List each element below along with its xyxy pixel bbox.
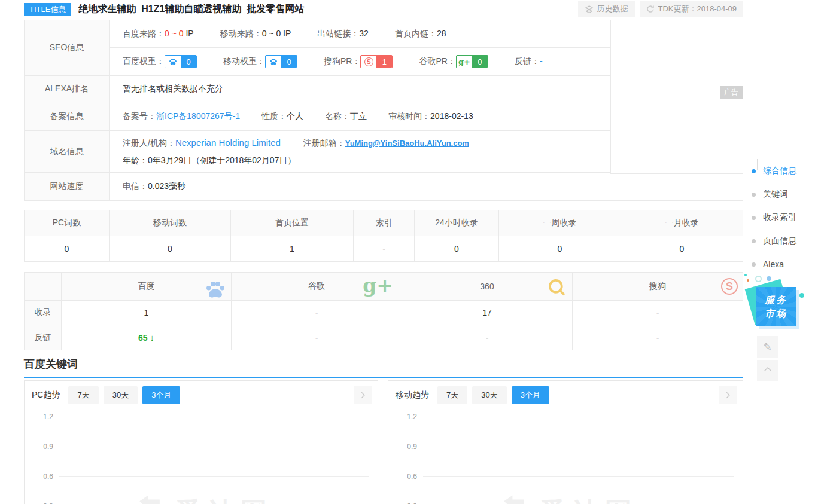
mobile-traffic: 移动来路：0 ~ 0 IP: [220, 29, 291, 39]
outbound-links: 出站链接：32: [317, 29, 369, 39]
backlinks: 反链：-: [515, 56, 543, 67]
stats-header: 移动词数: [110, 210, 231, 236]
sogou-index-count: -: [573, 301, 743, 325]
icp-number-link[interactable]: 浙ICP备18007267号-1: [156, 111, 240, 121]
google-plus-icon: g+: [457, 56, 472, 68]
sidenav-item-pageinfo[interactable]: 页面信息: [752, 235, 811, 247]
sidenav-item-overview[interactable]: 综合信息: [752, 165, 811, 177]
baidu-backlink-count[interactable]: 65 ↓: [62, 325, 232, 350]
stats-value: -: [354, 236, 415, 261]
sidenav-item-index[interactable]: 收录索引: [752, 212, 811, 224]
feedback-pencil-button[interactable]: ✎: [757, 336, 778, 358]
back-to-top-button[interactable]: [757, 360, 778, 381]
tab-30d[interactable]: 30天: [472, 386, 506, 404]
page-title: 绝地求生辅助_H1Z1辅助自瞄透视辅助_批发零售网站: [78, 3, 573, 16]
pc-trend-chart: 1.2 0.9 0.6 0.3 爱站网: [25, 409, 378, 504]
so360-index-count[interactable]: 17: [402, 301, 573, 325]
stats-header: 索引: [354, 210, 415, 236]
baidu-index-count[interactable]: 1: [62, 301, 232, 325]
tab-3m[interactable]: 3个月: [512, 386, 549, 404]
icp-name-link[interactable]: 丁立: [350, 111, 367, 121]
registrant: 注册人/机构：Nexperian Holding Limited: [123, 138, 281, 148]
mobile-trend-panel: 移动趋势 7天 30天 3个月 1.2 0.9 0.6 0.3 爱站网: [388, 380, 743, 504]
icp-number: 备案号：浙ICP备18007267号-1: [123, 111, 240, 122]
section-nav: 综合信息 关键词 收录索引 页面信息 Alexa: [752, 165, 811, 282]
engine-header-baidu: 百度: [62, 273, 232, 301]
aizhan-seo-page: TITLE信息 绝地求生辅助_H1Z1辅助自瞄透视辅助_批发零售网站 历史数据 …: [0, 0, 815, 504]
mobile-weight[interactable]: 移动权重：0: [223, 55, 297, 68]
sogou-s-icon: S: [721, 278, 738, 295]
tab-30d[interactable]: 30天: [104, 386, 138, 404]
refresh-icon: [646, 5, 655, 13]
register-email-link[interactable]: YuMing@YinSiBaoHu.AliYun.com: [345, 139, 469, 148]
service-market-badge[interactable]: 服务 市场: [756, 287, 796, 326]
stats-header: 首页位置: [231, 210, 354, 236]
google-index-count: -: [232, 301, 402, 325]
engine-header-google: 谷歌g+: [232, 273, 402, 301]
sogou-backlink-count: -: [573, 325, 743, 350]
pc-trend-label: PC趋势: [32, 390, 60, 401]
stats-value: 0: [25, 236, 110, 261]
tab-7d[interactable]: 7天: [437, 386, 467, 404]
stats-header: PC词数: [25, 210, 110, 236]
stats-header: 24小时收录: [415, 210, 499, 236]
stats-value: 0: [621, 236, 743, 261]
seo-line-1: 百度来路：0 ~ 0 IP 移动来路：0 ~ 0 IP 出站链接：32 首页内链…: [110, 20, 610, 48]
row-label: 网站速度: [25, 173, 110, 200]
so360-backlink-count: -: [402, 325, 573, 350]
google-pr[interactable]: 谷歌PR：g+0: [419, 55, 488, 68]
ad-slot: 广告: [610, 20, 743, 174]
bullet-icon: [752, 239, 756, 243]
layers-icon: [585, 5, 594, 14]
chevron-right-icon[interactable]: [719, 386, 737, 404]
mobile-trend-chart: 1.2 0.9 0.6 0.3 爱站网: [388, 409, 743, 504]
stats-header: 一月收录: [621, 210, 743, 236]
down-arrow-icon: ↓: [150, 332, 154, 343]
engine-header-360: 360: [402, 273, 573, 301]
domain-age: 年龄：0年3月29日（创建于2018年02月07日）: [123, 152, 610, 169]
stats-value: 0: [110, 236, 231, 261]
icp-nature: 性质：个人: [261, 111, 303, 122]
homepage-internal-links: 首页内链：28: [395, 29, 446, 39]
baidu-keywords-title: 百度关键词: [24, 357, 743, 378]
tab-3m[interactable]: 3个月: [142, 386, 180, 404]
registrant-link[interactable]: Nexperian Holding Limited: [175, 138, 281, 148]
baidu-paw-icon: [165, 56, 181, 68]
title-badge: TITLE信息: [24, 3, 71, 16]
aizhan-watermark: 爱站网: [494, 493, 638, 504]
aizhan-watermark: 爱站网: [129, 493, 273, 504]
row-label: SEO信息: [25, 20, 110, 75]
baidu-paw-icon: [205, 279, 226, 302]
bullet-icon: [752, 216, 756, 220]
stats-value: 0: [499, 236, 621, 261]
tdk-update-button[interactable]: TDK更新：2018-04-09: [640, 1, 744, 17]
bullet-icon: [752, 193, 756, 197]
history-data-button[interactable]: 历史数据: [578, 1, 635, 17]
stats-value: 1: [231, 236, 354, 261]
mobile-trend-label: 移动趋势: [396, 390, 429, 401]
baidu-traffic: 百度来路：0 ~ 0 IP: [123, 29, 194, 39]
alexa-value: 暂无排名或相关数据不充分: [123, 84, 610, 94]
service-market-widget: 服务 市场: [742, 269, 808, 335]
baidu-weight[interactable]: 百度权重：0: [123, 55, 197, 68]
engine-row-label: 反链: [25, 325, 62, 350]
sidenav-item-alexa[interactable]: Alexa: [752, 258, 811, 270]
telecom-speed: 电信：0.023毫秒: [123, 181, 743, 192]
sogou-pr[interactable]: 搜狗PR：S1: [324, 55, 393, 68]
google-plus-icon: g+: [363, 274, 393, 297]
aizhan-logo-icon: [129, 493, 166, 504]
aizhan-logo-icon: [494, 493, 531, 504]
seo-line-2: 百度权重：0 移动权重：0 搜狗PR：S1 谷歌PR：g+0 反链：-: [110, 48, 610, 75]
row-label: ALEXA排名: [25, 76, 110, 102]
sidenav-item-keywords[interactable]: 关键词: [752, 188, 811, 200]
chevron-right-icon[interactable]: [354, 386, 372, 404]
engine-row-label: 收录: [25, 301, 62, 325]
tab-7d[interactable]: 7天: [68, 386, 98, 404]
so360-search-icon: [547, 277, 567, 300]
icp-name: 名称：丁立: [325, 111, 367, 122]
chevron-up-icon: [762, 364, 773, 377]
stats-header: 一周收录: [499, 210, 621, 236]
row-label: 备案信息: [25, 102, 110, 130]
ad-tag: 广告: [720, 86, 743, 99]
sogou-s-icon: S: [361, 56, 376, 68]
